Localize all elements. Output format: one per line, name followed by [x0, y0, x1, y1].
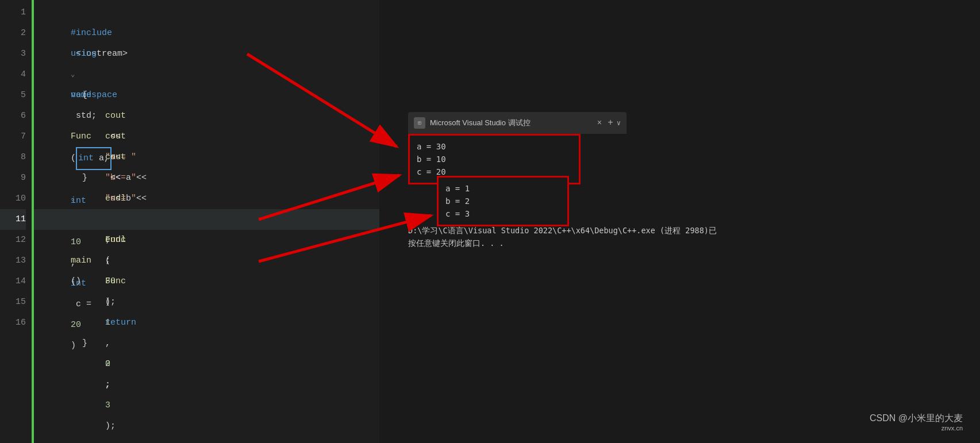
code-line-16: }: [34, 313, 379, 333]
code-line-7: cout << "c = " << c << endl ;: [34, 126, 379, 147]
output2-line1: a = 1: [445, 182, 560, 195]
line-numbers: 1 2 3 4 5 6 7 8 9 10 11 12 13 14 15 16: [0, 0, 32, 443]
code-line-8: }: [34, 147, 379, 168]
line-num-10: 10: [0, 188, 26, 209]
line-num-11: 11: [0, 209, 26, 230]
line-num-16: 16: [0, 313, 26, 333]
code-line-1: #include <iostream>: [34, 2, 379, 23]
line-num-4: 4: [0, 64, 26, 85]
line-num-14: 14: [0, 271, 26, 292]
code-line-13: Func ( 1 , 2 , 3 );: [34, 251, 379, 271]
output2-line2: b = 2: [445, 195, 560, 207]
code-line-12: [34, 230, 379, 251]
code-line-9: ⌄ int main (): [34, 168, 379, 188]
line-num-5: 5: [0, 85, 26, 106]
watermark-site: znvx.cn: [870, 425, 963, 432]
output2-line3: c = 3: [445, 207, 560, 220]
code-editor: 1 2 3 4 5 6 7 8 9 10 11 12 13 14 15 16 #…: [0, 0, 379, 443]
line-num-9: 9: [0, 168, 26, 188]
code-line-15: return 0 ;: [34, 292, 379, 313]
console-panel: ⊞ Microsoft Visual Studio 调试控 × + ∨ a = …: [379, 0, 980, 443]
return-zero: 0: [105, 359, 110, 369]
code-line-4: {: [34, 64, 379, 85]
watermark: CSDN @小米里的大麦 znvx.cn: [870, 413, 963, 432]
console-output-line2: 按任意键关闭此窗口. . .: [408, 237, 969, 249]
console-icon: ⊞: [414, 117, 425, 129]
return-val: [105, 338, 110, 348]
line-num-8: 8: [0, 147, 26, 168]
func-semi-13: );: [105, 421, 116, 431]
code-line-6: cout << "b = " << b << endl ;: [34, 106, 379, 126]
line-num-13: 13: [0, 251, 26, 271]
code-line-11: Func ( 30 );: [34, 209, 379, 230]
console-tab-label: Microsoft Visual Studio 调试控: [430, 118, 593, 128]
brace-close-16: }: [82, 338, 87, 348]
line-num-6: 6: [0, 106, 26, 126]
output-box2: a = 1 b = 2 c = 3: [437, 176, 569, 226]
code-line-14: [34, 271, 379, 292]
line-num-7: 7: [0, 126, 26, 147]
return-semi: ;: [105, 380, 110, 390]
console-titlebar: ⊞ Microsoft Visual Studio 调试控 × + ∨: [408, 112, 627, 134]
line-num-3: 3: [0, 44, 26, 64]
code-line-5: cout << "a = " << a << endl ;: [34, 85, 379, 106]
code-content: #include <iostream> using namespace std;…: [34, 0, 379, 333]
arg-3: 3: [105, 400, 110, 410]
console-main-output: D:\学习\C语言\Visual Studio 2022\C++\x64\Deb…: [408, 224, 969, 249]
console-tab-chevron[interactable]: ∨: [617, 119, 621, 128]
line-num-1: 1: [0, 2, 26, 23]
output1-line2: b = 10: [417, 153, 572, 165]
console-tab-close[interactable]: ×: [597, 118, 602, 128]
watermark-text: CSDN @小米里的大麦: [870, 413, 963, 425]
console-tab-plus[interactable]: +: [608, 118, 613, 128]
code-line-2: using namespace std;: [34, 23, 379, 44]
output1-line1: a = 30: [417, 140, 572, 153]
line-num-15: 15: [0, 292, 26, 313]
line-num-12: 12: [0, 230, 26, 251]
code-line-10: {: [34, 188, 379, 209]
code-line-3: ⌄ void Func (int a, int b = 10 , int c =…: [34, 44, 379, 64]
line-num-2: 2: [0, 23, 26, 44]
